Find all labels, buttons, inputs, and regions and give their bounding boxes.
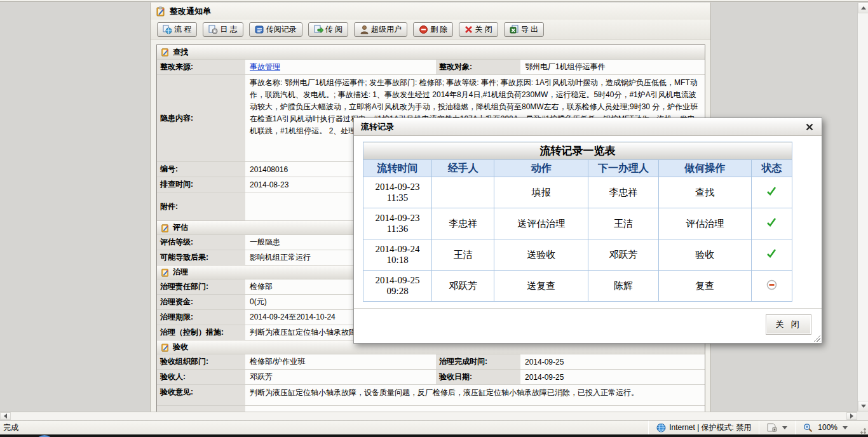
row-handler [432, 177, 494, 208]
export-button-label: 导 出 [521, 24, 538, 35]
number-label: 编号: [157, 162, 245, 177]
superuser-icon [360, 25, 369, 34]
grade-label: 评估等级: [157, 235, 245, 250]
consequence-label: 可能导致后果: [157, 250, 245, 265]
col-status: 状态 [751, 160, 792, 177]
export-button[interactable]: 导 出 [504, 22, 544, 37]
close-button[interactable]: 关 闭 [459, 22, 498, 37]
finish-time-value: 2014-09-25 [520, 354, 705, 369]
log-button-label: 日 志 [220, 24, 237, 35]
row-time: 2014-09-23 11:35 [363, 177, 432, 208]
form-row-accept-opinion: 验收意见: 判断为液压缸定位轴小轴承故障，设备质量问题，反厂检修后，液压缸定位轴… [157, 384, 705, 405]
magnifier-icon [803, 423, 813, 433]
section-assess-title: 评估 [173, 222, 188, 233]
zoom-control[interactable]: 100% [796, 423, 855, 433]
row-time: 2014-09-24 10:18 [363, 239, 432, 271]
form-row-accept-person: 验收人: 邓跃芳 验收日期: 2014-09-25 [157, 369, 705, 384]
section-header-find: 查找 [157, 45, 705, 59]
form-row-source: 整改来源: 事故管理 整改对象: 鄂州电厂1机组停运事件 [157, 59, 705, 74]
page-shield-icon [767, 423, 777, 432]
status-cell [751, 208, 792, 239]
delete-icon [419, 25, 428, 34]
source-link[interactable]: 事故管理 [250, 62, 280, 72]
window-top-edge [0, 0, 868, 2]
circulate-button-label: 传 阅 [325, 24, 342, 35]
attachment-find-label: 附件: [157, 192, 245, 220]
toolbar: 流 程 日 志 传阅记录 传 阅 超级用户 删 除 [151, 20, 710, 40]
section-find-title: 查找 [173, 47, 188, 58]
table-row: 2014-09-24 10:18 王洁 送验收 邓跃芳 验收 [363, 239, 792, 271]
row-handler: 邓跃芳 [432, 271, 494, 302]
scroll-right-button[interactable] [846, 412, 857, 420]
scrollbar-corner [857, 412, 868, 420]
delete-button[interactable]: 删 除 [413, 22, 453, 37]
row-time: 2014-09-25 09:28 [363, 271, 432, 302]
treat-dept-label: 治理责任部门: [157, 279, 245, 294]
finish-time-label: 治理完成时间: [436, 354, 520, 369]
circulation-table: 流转记录一览表 流转时间 经手人 动作 下一办理人 做何操作 状态 2014-0… [363, 142, 792, 302]
export-icon [510, 25, 519, 34]
circulation-record-dialog: 流转记录 流转记录一览表 流转时间 经手人 动作 下一办理人 做何操作 状态 2… [353, 118, 822, 344]
window-resize-grip[interactable] [858, 426, 867, 434]
dialog-close-button[interactable]: 关 闭 [766, 314, 811, 335]
object-value: 鄂州电厂1机组停运事件 [520, 60, 705, 74]
col-handler: 经手人 [432, 160, 494, 177]
log-button[interactable]: 日 志 [203, 22, 243, 37]
status-text: 完成 [0, 422, 18, 433]
circulation-record-button[interactable]: 传阅记录 [249, 22, 302, 37]
col-operation: 做何操作 [658, 160, 751, 177]
row-handler: 王洁 [432, 239, 494, 271]
row-time: 2014-09-23 11:36 [363, 208, 432, 239]
check-icon [766, 185, 777, 197]
check-date-label: 排查时间: [157, 177, 245, 192]
zoom-level-text: 100% [818, 423, 837, 432]
log-icon [208, 25, 218, 34]
scroll-left-arrow-icon [4, 413, 7, 419]
dialog-title-bar[interactable]: 流转记录 [354, 118, 822, 136]
dialog-footer: 关 闭 [354, 308, 822, 343]
circulation-record-icon [255, 25, 264, 34]
accept-dept-value: 检修部/炉作业班 [245, 354, 436, 369]
source-value-cell: 事故管理 [245, 60, 436, 74]
taskbar-edge [0, 434, 868, 437]
row-action: 填报 [494, 177, 588, 208]
section-find-icon [161, 48, 170, 57]
circulation-record-button-label: 传阅记录 [266, 24, 297, 35]
row-next: 李忠祥 [588, 177, 658, 208]
status-cell [751, 271, 792, 302]
pending-icon [766, 279, 777, 290]
form-row-accept-dept: 验收组织部门: 检修部/炉作业班 治理完成时间: 2014-09-25 [157, 354, 705, 369]
protected-mode-control[interactable] [759, 423, 795, 432]
col-action: 动作 [494, 160, 588, 177]
circulate-button[interactable]: 传 阅 [308, 22, 348, 37]
row-action: 送验收 [494, 239, 588, 271]
scroll-left-button[interactable] [0, 412, 11, 420]
col-next: 下一办理人 [588, 160, 658, 177]
check-icon [766, 248, 777, 259]
flow-button[interactable]: 流 程 [157, 22, 197, 37]
superuser-button[interactable]: 超级用户 [354, 22, 407, 37]
dialog-body: 流转记录一览表 流转时间 经手人 动作 下一办理人 做何操作 状态 2014-0… [354, 136, 822, 302]
status-bar-right: Internet | 保护模式: 禁用 100% [648, 420, 868, 434]
scroll-up-button[interactable] [858, 3, 868, 13]
section-accept-title: 验收 [173, 342, 188, 353]
accept-person-value: 邓跃芳 [245, 370, 436, 384]
object-label: 整改对象: [436, 60, 520, 74]
table-header-row: 流转时间 经手人 动作 下一办理人 做何操作 状态 [363, 160, 792, 177]
vertical-scrollbar[interactable] [857, 3, 868, 412]
page-title-bar: 整改通知单 [151, 3, 710, 20]
table-row: 2014-09-25 09:28 邓跃芳 送复查 陈辉 复查 [363, 271, 792, 302]
dialog-close-icon[interactable] [804, 122, 815, 132]
status-cell [751, 177, 792, 208]
delete-button-label: 删 除 [430, 24, 447, 35]
clipboard-pencil-icon [156, 6, 166, 17]
dropdown-arrow-icon [843, 426, 848, 429]
circulate-icon [314, 25, 323, 34]
scroll-down-button[interactable] [858, 401, 868, 412]
table-caption-row: 流转记录一览表 [363, 142, 792, 160]
accept-date-value: 2014-09-25 [520, 370, 705, 384]
row-action: 送评估治理 [494, 208, 588, 239]
horizontal-scrollbar[interactable] [0, 412, 857, 420]
col-time: 流转时间 [363, 160, 432, 177]
accept-dept-label: 验收组织部门: [157, 354, 245, 369]
